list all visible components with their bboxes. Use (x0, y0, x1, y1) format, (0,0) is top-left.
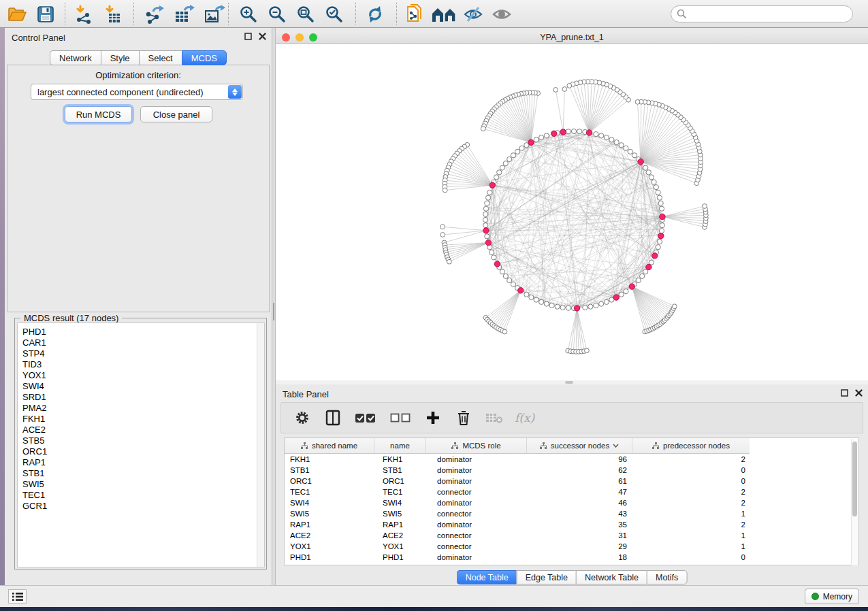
first-neighbors-button[interactable] (430, 3, 457, 24)
mcds-result-item[interactable]: ORC1 (22, 446, 264, 457)
table-settings-button[interactable] (292, 407, 312, 429)
table-cell[interactable]: FKH1 (374, 455, 426, 463)
open-session-button[interactable] (5, 3, 29, 24)
table-cell[interactable]: 2 (632, 488, 750, 496)
column-header-mcds-role[interactable]: MCDS role (426, 438, 527, 453)
zoom-out-button[interactable] (266, 3, 289, 24)
network-canvas[interactable] (276, 44, 868, 380)
table-cell[interactable]: connector (426, 531, 527, 540)
table-scrollbar[interactable] (851, 439, 858, 565)
hide-selected-button[interactable] (462, 3, 485, 24)
table-row[interactable]: TEC1TEC1connector472 (285, 486, 750, 497)
float-panel-icon[interactable] (841, 389, 848, 397)
table-cell[interactable]: 0 (632, 553, 750, 561)
mcds-result-item[interactable]: TID3 (22, 359, 264, 370)
show-all-button[interactable] (490, 3, 513, 24)
export-network-button[interactable] (143, 3, 166, 24)
table-cell[interactable]: PHD1 (285, 553, 374, 561)
table-cell[interactable]: RAP1 (285, 521, 374, 529)
tab-select[interactable]: Select (139, 50, 182, 65)
table-row[interactable]: ORC1ORC1dominator610 (285, 476, 750, 486)
column-header-predecessor-nodes[interactable]: predecessor nodes (632, 438, 750, 453)
clone-network-button[interactable] (403, 3, 426, 24)
table-cell[interactable]: ACE2 (285, 531, 374, 540)
mcds-result-item[interactable]: ACE2 (22, 425, 264, 435)
float-panel-icon[interactable] (244, 33, 252, 40)
mcds-result-item[interactable]: YOX1 (22, 370, 264, 381)
table-row[interactable]: STB1STB1dominator620 (285, 465, 750, 476)
mcds-result-item[interactable]: PMA2 (22, 403, 264, 414)
table-cell[interactable]: 47 (527, 488, 632, 496)
table-cell[interactable]: 2 (632, 455, 750, 463)
zoom-selected-button[interactable] (323, 3, 346, 24)
run-mcds-button[interactable]: Run MCDS (65, 106, 132, 122)
mcds-result-list[interactable]: PHD1CAR1STP4TID3YOX1SWI4SRD1PMA2FKH1ACE2… (17, 323, 265, 567)
table-cell[interactable]: ACE2 (374, 531, 426, 540)
export-image-button[interactable] (203, 3, 226, 24)
mcds-result-item[interactable]: SWI5 (22, 479, 264, 490)
mcds-list-scrollbar[interactable] (257, 323, 264, 567)
delete-row-button[interactable] (453, 407, 474, 429)
import-network-button[interactable] (72, 3, 95, 24)
save-session-button[interactable] (34, 3, 57, 24)
close-panel-button[interactable]: Close panel (140, 106, 212, 122)
table-cell[interactable]: dominator (426, 553, 527, 561)
tab-node-table[interactable]: Node Table (457, 570, 517, 584)
status-menu-button[interactable] (8, 589, 27, 604)
table-row[interactable]: YOX1YOX1connector291 (285, 541, 750, 552)
table-cell[interactable]: 1 (632, 510, 750, 518)
tab-motifs[interactable]: Motifs (647, 570, 687, 584)
tab-network-table[interactable]: Network Table (576, 570, 647, 584)
table-cell[interactable]: 18 (527, 553, 632, 561)
table-cell[interactable]: dominator (426, 466, 527, 474)
add-row-button[interactable] (423, 407, 443, 429)
table-cell[interactable]: YOX1 (285, 542, 374, 550)
table-cell[interactable]: TEC1 (285, 488, 374, 496)
mcds-result-item[interactable]: CAR1 (22, 337, 264, 348)
table-row[interactable]: SWI5SWI5connector431 (285, 508, 750, 519)
table-cell[interactable]: ORC1 (285, 477, 374, 485)
table-row[interactable]: RAP1RAP1dominator352 (285, 519, 750, 530)
table-cell[interactable]: 1 (632, 531, 750, 540)
apply-layout-button[interactable] (364, 3, 387, 24)
table-cell[interactable]: 61 (527, 477, 632, 485)
table-cell[interactable]: 0 (632, 477, 750, 485)
mcds-result-item[interactable]: PHD1 (22, 327, 264, 337)
table-cell[interactable]: SWI5 (374, 510, 426, 518)
delete-table-button[interactable] (484, 407, 504, 429)
mcds-result-item[interactable]: STB1 (22, 468, 264, 479)
tab-network[interactable]: Network (50, 50, 101, 65)
tab-edge-table[interactable]: Edge Table (517, 570, 576, 584)
mcds-result-item[interactable]: FKH1 (22, 414, 264, 425)
criterion-dropdown[interactable]: largest connected component (undirected) (31, 84, 243, 100)
memory-button[interactable]: Memory (805, 589, 859, 604)
table-cell[interactable]: ORC1 (374, 477, 426, 485)
tab-mcds[interactable]: MCDS (182, 50, 227, 65)
table-cell[interactable]: FKH1 (285, 455, 374, 463)
mcds-result-item[interactable]: STP4 (22, 348, 264, 359)
table-cell[interactable]: connector (426, 542, 527, 550)
sort-menu-icon[interactable] (613, 444, 619, 448)
table-cell[interactable]: dominator (426, 477, 527, 485)
table-cell[interactable]: PHD1 (374, 553, 426, 561)
table-cell[interactable]: STB1 (285, 466, 374, 474)
table-cell[interactable]: connector (426, 510, 527, 518)
close-panel-icon[interactable] (259, 33, 266, 40)
table-cell[interactable]: 2 (632, 499, 750, 507)
table-row[interactable]: PHD1PHD1dominator180 (285, 552, 750, 563)
column-header-successor-nodes[interactable]: successor nodes (527, 438, 632, 453)
mcds-result-item[interactable]: STB5 (22, 435, 264, 446)
table-cell[interactable]: dominator (426, 521, 527, 529)
table-cell[interactable]: 96 (527, 455, 632, 463)
table-cell[interactable]: 0 (632, 466, 750, 474)
table-cell[interactable]: STB1 (374, 466, 426, 474)
mcds-result-item[interactable]: SWI4 (22, 381, 264, 392)
table-row[interactable]: SWI4SWI4dominator462 (285, 497, 750, 508)
table-scroll-thumb[interactable] (852, 442, 857, 516)
deselect-all-button[interactable] (388, 407, 413, 429)
table-cell[interactable]: 2 (632, 521, 750, 529)
search-field[interactable] (671, 5, 853, 22)
import-table-button[interactable] (101, 3, 125, 24)
table-cell[interactable]: TEC1 (374, 488, 426, 496)
table-cell[interactable]: 62 (527, 466, 632, 474)
